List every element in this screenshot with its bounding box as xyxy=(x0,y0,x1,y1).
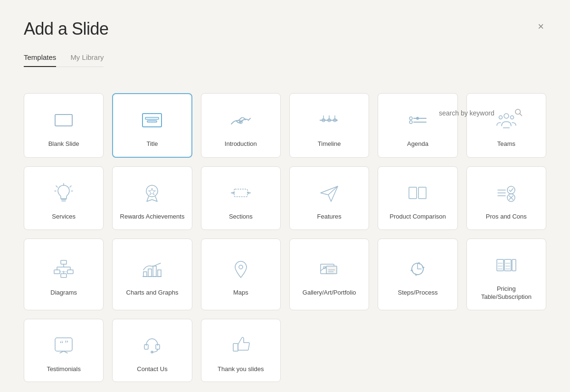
modal-title: Add a Slide xyxy=(24,19,109,39)
svg-rect-2 xyxy=(55,115,72,126)
card-agenda[interactable]: Agenda xyxy=(378,93,457,158)
charts-icon xyxy=(138,255,166,283)
svg-rect-62 xyxy=(158,270,161,277)
svg-line-28 xyxy=(70,186,71,187)
card-pros-and-cons[interactable]: Pros and Cons xyxy=(466,166,546,230)
introduction-icon xyxy=(227,106,255,134)
card-diagrams[interactable]: Diagrams xyxy=(24,239,104,310)
thank-you-icon xyxy=(227,331,255,360)
card-blank-slide-label: Blank Slide xyxy=(48,140,79,148)
card-gallery[interactable]: Gallery/Art/Portfolio xyxy=(289,239,369,310)
card-timeline[interactable]: Timeline xyxy=(289,93,369,158)
svg-point-31 xyxy=(146,185,158,197)
card-introduction-label: Introduction xyxy=(225,140,257,148)
card-steps-label: Steps/Process xyxy=(398,289,438,297)
search-input[interactable] xyxy=(439,109,510,117)
maps-icon xyxy=(227,255,255,283)
blank-slide-icon xyxy=(49,106,78,134)
svg-rect-4 xyxy=(145,117,159,119)
svg-marker-32 xyxy=(149,188,156,195)
card-services[interactable]: Services xyxy=(24,166,104,230)
card-agenda-label: Agenda xyxy=(407,140,428,148)
svg-rect-48 xyxy=(61,260,66,264)
card-timeline-label: Timeline xyxy=(318,140,341,148)
svg-point-16 xyxy=(409,121,412,124)
card-pros-cons-label: Pros and Cons xyxy=(486,213,527,221)
card-thank-you-label: Thank you slides xyxy=(218,365,264,373)
card-testimonials[interactable]: “” Testimonials xyxy=(24,319,104,382)
add-slide-modal: Add a Slide × Templates My Library xyxy=(0,0,570,392)
rewards-icon xyxy=(138,179,166,207)
card-services-label: Services xyxy=(52,213,76,221)
card-charts-label: Charts and Graphs xyxy=(126,289,179,297)
tabs-container: Templates My Library xyxy=(24,53,104,67)
svg-rect-59 xyxy=(143,272,147,277)
card-title-label: Title xyxy=(146,140,158,148)
card-teams[interactable]: Teams xyxy=(466,93,546,158)
svg-rect-40 xyxy=(418,187,426,199)
card-diagrams-label: Diagrams xyxy=(50,289,77,297)
svg-rect-61 xyxy=(153,266,156,277)
svg-text:“”: “” xyxy=(59,339,68,349)
contact-us-icon xyxy=(138,331,166,360)
svg-rect-77 xyxy=(512,259,516,271)
card-teams-label: Teams xyxy=(497,140,515,148)
card-rewards-label: Rewards Achievements xyxy=(120,213,185,221)
card-pricing-label: Pricing Table/Subscription xyxy=(474,285,539,301)
svg-rect-3 xyxy=(142,114,162,127)
card-features-label: Features xyxy=(317,213,342,221)
search-icon xyxy=(514,108,522,118)
card-charts-and-graphs[interactable]: Charts and Graphs xyxy=(112,239,192,310)
svg-marker-14 xyxy=(336,119,338,122)
svg-rect-39 xyxy=(409,187,417,199)
card-thank-you[interactable]: Thank you slides xyxy=(201,319,281,382)
timeline-icon xyxy=(315,106,343,134)
card-contact-us-label: Contact Us xyxy=(137,365,167,373)
card-steps-process[interactable]: Steps/Process xyxy=(378,239,457,310)
svg-rect-49 xyxy=(54,270,60,274)
svg-line-27 xyxy=(56,186,57,187)
modal-header: Add a Slide × xyxy=(24,19,546,39)
card-sections-label: Sections xyxy=(229,213,253,221)
card-introduction[interactable]: Introduction xyxy=(201,93,281,158)
card-maps[interactable]: Maps xyxy=(201,239,281,310)
svg-rect-5 xyxy=(147,121,157,122)
pricing-icon xyxy=(492,251,521,279)
card-product-comparison-label: Product Comparison xyxy=(390,213,446,221)
gallery-icon xyxy=(315,255,343,283)
card-testimonials-label: Testimonials xyxy=(47,365,81,373)
card-sections[interactable]: Sections xyxy=(201,166,281,230)
search-area xyxy=(439,108,522,118)
card-pricing-table[interactable]: Pricing Table/Subscription xyxy=(466,239,546,310)
svg-rect-89 xyxy=(233,344,238,351)
svg-rect-56 xyxy=(61,274,66,277)
card-maps-label: Maps xyxy=(233,289,248,297)
sections-icon xyxy=(227,179,255,207)
steps-icon xyxy=(403,255,432,283)
close-button[interactable]: × xyxy=(535,19,546,34)
svg-rect-50 xyxy=(67,270,73,274)
card-title[interactable]: Title xyxy=(112,93,192,158)
svg-rect-60 xyxy=(148,269,152,277)
card-blank-slide[interactable]: Blank Slide xyxy=(24,93,104,158)
tabs-row: Templates My Library xyxy=(24,53,546,81)
tab-my-library[interactable]: My Library xyxy=(70,53,104,67)
svg-line-1 xyxy=(520,114,522,115)
svg-point-64 xyxy=(239,265,243,269)
card-rewards-achievements[interactable]: Rewards Achievements xyxy=(112,166,192,230)
card-gallery-label: Gallery/Art/Portfolio xyxy=(303,289,356,297)
template-grid: Blank Slide Title xyxy=(24,93,546,382)
svg-line-38 xyxy=(328,186,338,195)
features-icon xyxy=(315,179,343,207)
agenda-icon xyxy=(403,106,432,134)
svg-point-41 xyxy=(507,186,515,194)
card-contact-us[interactable]: Contact Us xyxy=(112,319,192,382)
card-product-comparison[interactable]: Product Comparison xyxy=(378,166,457,230)
diagrams-icon xyxy=(49,255,78,283)
svg-rect-33 xyxy=(234,189,247,197)
title-icon xyxy=(138,106,166,134)
tab-templates[interactable]: Templates xyxy=(24,53,56,67)
card-features[interactable]: Features xyxy=(289,166,369,230)
services-icon xyxy=(49,179,78,207)
pros-cons-icon xyxy=(492,179,521,207)
